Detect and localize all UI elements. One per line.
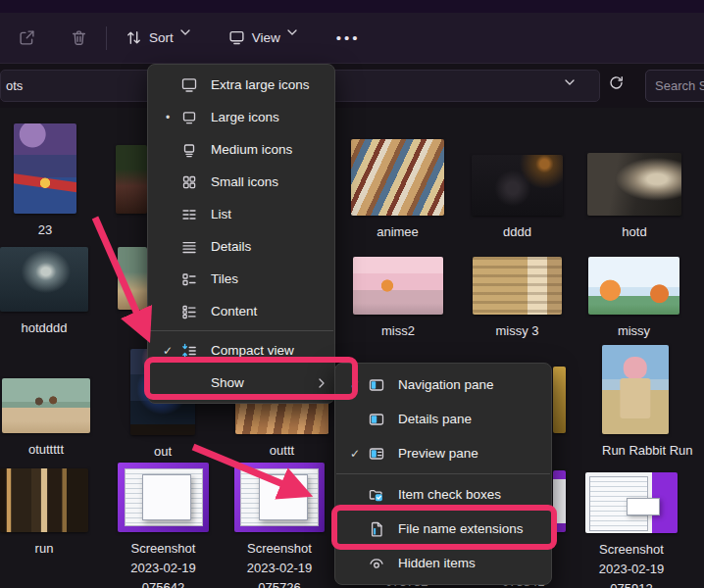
sort-icon	[126, 29, 142, 46]
details-pane-icon	[367, 412, 386, 427]
file-item-missy-3[interactable]: missy 3	[473, 257, 562, 341]
file-item-missy[interactable]: missy	[588, 257, 679, 341]
menu-item-label: List	[211, 207, 325, 221]
file-item-screenshot-075642[interactable]: Screenshot 2023-02-19 075642	[118, 463, 209, 588]
file-item-screenshot-075912[interactable]: Screenshot 2023-02-19 075912	[585, 472, 678, 588]
delete-button[interactable]	[62, 24, 96, 52]
submenu-item-details-pane[interactable]: Details pane	[335, 402, 551, 436]
menu-item-list[interactable]: List	[148, 198, 334, 230]
file-thumbnail	[14, 123, 76, 214]
title-bar	[0, 0, 704, 13]
file-item-hotdddd[interactable]: hotdddd	[0, 247, 88, 338]
menu-item-label: Details	[211, 239, 325, 254]
menu-item-label: Content	[211, 304, 325, 318]
file-thumbnail	[234, 463, 325, 532]
highlight-box-file-name-extensions	[331, 505, 557, 550]
menu-item-small-icons[interactable]: Small icons	[148, 166, 334, 198]
file-item-partial[interactable]	[553, 367, 566, 433]
menu-item-details[interactable]: Details	[148, 230, 334, 263]
submenu-item-label: Item check boxes	[398, 487, 541, 502]
file-name: out	[154, 442, 172, 462]
file-thumbnail	[472, 155, 563, 216]
item-check-boxes-icon	[367, 487, 386, 503]
selected-bullet: •	[156, 111, 179, 124]
file-thumbnail	[116, 145, 147, 214]
chevron-down-icon	[180, 29, 197, 46]
file-thumbnail	[588, 257, 679, 315]
file-item-run-rabbit-run[interactable]: Run Rabbit Run	[602, 345, 669, 461]
submenu-separator	[336, 473, 550, 474]
file-item-partial[interactable]	[116, 145, 147, 214]
command-toolbar: Sort View •••	[0, 13, 704, 64]
toolbar-divider	[106, 26, 107, 50]
sort-label: Sort	[149, 30, 174, 45]
menu-item-extra-large-icons[interactable]: Extra large icons	[148, 69, 334, 101]
submenu-item-label: Preview pane	[398, 446, 541, 461]
menu-separator	[149, 330, 333, 331]
hidden-items-eye-icon	[367, 556, 386, 571]
file-item-hotd[interactable]: hotd	[587, 153, 681, 242]
submenu-item-navigation-pane[interactable]: ✓ Navigation pane	[335, 368, 551, 402]
submenu-item-label: Hidden items	[398, 556, 541, 570]
file-item-otuttttt[interactable]: otuttttt	[2, 378, 90, 460]
file-name: Screenshot 2023-02-19 075726	[247, 539, 313, 588]
small-icons-grid-icon	[179, 174, 199, 190]
file-item-dddd[interactable]: dddd	[472, 155, 563, 242]
submenu-item-label: Navigation pane	[398, 377, 541, 392]
search-input[interactable]	[645, 70, 704, 102]
content-icon	[179, 304, 199, 319]
file-name: missy 3	[495, 321, 538, 341]
share-icon	[19, 29, 35, 46]
file-name: outtt	[270, 441, 294, 461]
share-button[interactable]	[10, 24, 44, 52]
file-name: Run Rabbit Run	[602, 441, 693, 461]
file-name: dddd	[503, 222, 531, 242]
menu-item-label: Medium icons	[211, 142, 325, 157]
view-button[interactable]: View	[220, 24, 313, 52]
address-row: ots	[0, 64, 704, 108]
submenu-item-label: Details pane	[398, 412, 541, 426]
file-item-run[interactable]: run	[0, 468, 88, 559]
file-item-23[interactable]: 23	[14, 123, 76, 240]
file-thumbnail	[602, 345, 669, 434]
monitor-xl-icon	[179, 77, 199, 93]
menu-item-content[interactable]: Content	[148, 295, 334, 327]
address-history-chevron-icon[interactable]	[565, 79, 581, 96]
sort-button[interactable]: Sort	[117, 24, 206, 52]
view-monitor-icon	[228, 29, 245, 46]
file-name: 23	[38, 220, 52, 240]
menu-item-large-icons[interactable]: • Large icons	[148, 101, 334, 133]
menu-item-tiles[interactable]: Tiles	[148, 263, 334, 295]
file-name: hotd	[622, 222, 646, 242]
file-thumbnail	[473, 257, 562, 315]
menu-item-medium-icons[interactable]: Medium icons	[148, 133, 334, 166]
see-more-button[interactable]: •••	[325, 29, 373, 46]
file-name: miss2	[381, 321, 415, 341]
file-thumbnail	[118, 463, 209, 532]
monitor-lg-icon	[179, 110, 199, 125]
file-thumbnail	[353, 257, 443, 315]
file-name: hotdddd	[22, 318, 68, 338]
show-submenu: ✓ Navigation pane Details pane ✓ Preview…	[334, 363, 552, 585]
checkmark-icon: ✓	[343, 447, 367, 461]
file-item-partial[interactable]	[118, 247, 147, 310]
submenu-item-preview-pane[interactable]: ✓ Preview pane	[335, 436, 551, 470]
address-path-text: ots	[6, 78, 23, 93]
chevron-down-icon	[287, 29, 304, 46]
file-item-miss2[interactable]: miss2	[353, 257, 443, 341]
file-thumbnail	[585, 472, 678, 533]
file-thumbnail	[0, 247, 88, 312]
submenu-item-hidden-items[interactable]: Hidden items	[335, 546, 551, 580]
file-item-screenshot-075726[interactable]: Screenshot 2023-02-19 075726	[234, 463, 325, 588]
file-thumbnail	[587, 153, 681, 216]
view-dropdown-menu: Extra large icons • Large icons Medium i…	[147, 64, 335, 404]
menu-item-label: Large icons	[211, 110, 325, 124]
navigation-pane-icon	[367, 377, 386, 393]
file-name: Screenshot 2023-02-19 075642	[130, 539, 196, 588]
highlight-box-show	[144, 357, 358, 400]
refresh-button[interactable]	[608, 74, 625, 94]
file-thumbnail	[553, 367, 566, 433]
file-item-animee[interactable]: animee	[351, 139, 444, 242]
menu-item-label: Compact view	[211, 343, 325, 358]
monitor-md-icon	[179, 142, 199, 158]
